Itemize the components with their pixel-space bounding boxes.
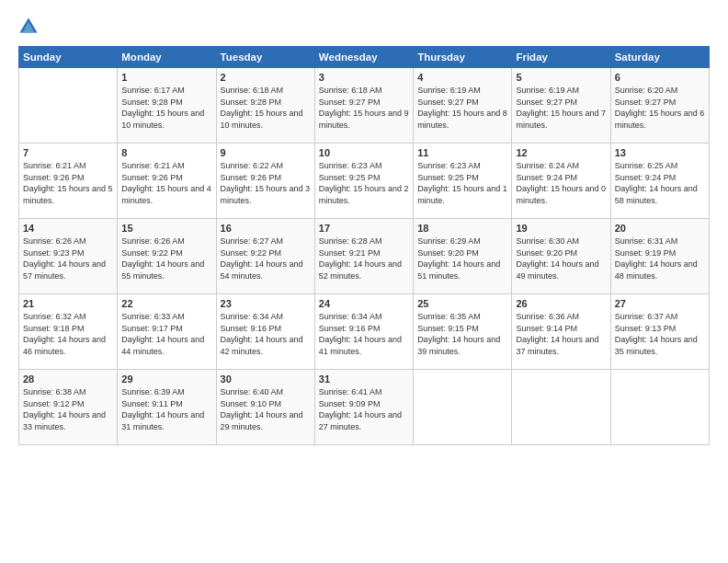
week-row-1: 1Sunrise: 6:17 AMSunset: 9:28 PMDaylight…	[19, 68, 710, 144]
cell-3-5: 18Sunrise: 6:29 AMSunset: 9:20 PMDayligh…	[414, 219, 512, 294]
cell-5-5	[414, 370, 512, 445]
day-number: 2	[221, 72, 311, 83]
day-number: 28	[23, 373, 113, 385]
day-number: 19	[516, 223, 606, 234]
cell-1-4: 3Sunrise: 6:18 AMSunset: 9:27 PMDaylight…	[314, 68, 413, 144]
cell-info: Sunrise: 6:26 AMSunset: 9:23 PMDaylight:…	[23, 236, 113, 282]
day-number: 17	[319, 223, 409, 234]
cell-info: Sunrise: 6:34 AMSunset: 9:16 PMDaylight:…	[221, 311, 311, 357]
day-number: 6	[615, 72, 705, 83]
cell-3-4: 17Sunrise: 6:28 AMSunset: 9:21 PMDayligh…	[314, 219, 413, 294]
cell-1-5: 4Sunrise: 6:19 AMSunset: 9:27 PMDaylight…	[414, 68, 512, 144]
cell-4-7: 27Sunrise: 6:37 AMSunset: 9:13 PMDayligh…	[610, 294, 709, 370]
cell-3-3: 16Sunrise: 6:27 AMSunset: 9:22 PMDayligh…	[216, 219, 314, 294]
cell-2-2: 8Sunrise: 6:21 AMSunset: 9:26 PMDaylight…	[118, 144, 216, 219]
cell-5-4: 31Sunrise: 6:41 AMSunset: 9:09 PMDayligh…	[314, 370, 413, 445]
cell-info: Sunrise: 6:35 AMSunset: 9:15 PMDaylight:…	[417, 311, 507, 357]
cell-info: Sunrise: 6:22 AMSunset: 9:26 PMDaylight:…	[221, 160, 311, 206]
day-number: 27	[615, 298, 705, 309]
cell-info: Sunrise: 6:23 AMSunset: 9:25 PMDaylight:…	[319, 160, 409, 206]
day-number: 9	[221, 147, 311, 158]
day-number: 12	[516, 147, 606, 158]
day-number: 25	[417, 298, 507, 309]
day-number: 10	[319, 147, 409, 158]
col-header-thursday: Thursday	[414, 47, 512, 68]
week-row-2: 7Sunrise: 6:21 AMSunset: 9:26 PMDaylight…	[19, 144, 710, 219]
week-row-3: 14Sunrise: 6:26 AMSunset: 9:23 PMDayligh…	[19, 219, 710, 294]
cell-info: Sunrise: 6:33 AMSunset: 9:17 PMDaylight:…	[121, 311, 211, 357]
day-number: 26	[516, 298, 606, 309]
cell-info: Sunrise: 6:39 AMSunset: 9:11 PMDaylight:…	[121, 386, 211, 432]
col-header-wednesday: Wednesday	[314, 47, 413, 68]
cell-info: Sunrise: 6:38 AMSunset: 9:12 PMDaylight:…	[23, 386, 113, 432]
cell-info: Sunrise: 6:31 AMSunset: 9:19 PMDaylight:…	[615, 236, 705, 282]
day-number: 16	[221, 223, 311, 234]
cell-1-7: 6Sunrise: 6:20 AMSunset: 9:27 PMDaylight…	[610, 68, 709, 144]
cell-3-2: 15Sunrise: 6:26 AMSunset: 9:22 PMDayligh…	[118, 219, 216, 294]
cell-5-6	[512, 370, 610, 445]
col-header-tuesday: Tuesday	[216, 47, 314, 68]
cell-info: Sunrise: 6:37 AMSunset: 9:13 PMDaylight:…	[615, 311, 705, 357]
day-number: 3	[319, 72, 409, 83]
cell-info: Sunrise: 6:24 AMSunset: 9:24 PMDaylight:…	[516, 160, 606, 206]
day-number: 21	[23, 298, 113, 309]
logo	[18, 17, 40, 37]
cell-info: Sunrise: 6:28 AMSunset: 9:21 PMDaylight:…	[319, 236, 409, 282]
cell-info: Sunrise: 6:30 AMSunset: 9:20 PMDaylight:…	[516, 236, 606, 282]
cell-1-2: 1Sunrise: 6:17 AMSunset: 9:28 PMDaylight…	[118, 68, 216, 144]
cell-info: Sunrise: 6:34 AMSunset: 9:16 PMDaylight:…	[319, 311, 409, 357]
cell-info: Sunrise: 6:36 AMSunset: 9:14 PMDaylight:…	[516, 311, 606, 357]
cell-3-1: 14Sunrise: 6:26 AMSunset: 9:23 PMDayligh…	[19, 219, 118, 294]
page: SundayMondayTuesdayWednesdayThursdayFrid…	[0, 0, 728, 563]
header-row: SundayMondayTuesdayWednesdayThursdayFrid…	[19, 47, 710, 68]
cell-1-6: 5Sunrise: 6:19 AMSunset: 9:27 PMDaylight…	[512, 68, 610, 144]
day-number: 31	[319, 373, 409, 385]
day-number: 5	[516, 72, 606, 83]
day-number: 22	[121, 298, 211, 309]
cell-info: Sunrise: 6:29 AMSunset: 9:20 PMDaylight:…	[417, 236, 507, 282]
cell-info: Sunrise: 6:26 AMSunset: 9:22 PMDaylight:…	[121, 236, 211, 282]
cell-info: Sunrise: 6:18 AMSunset: 9:27 PMDaylight:…	[319, 85, 409, 131]
cell-2-3: 9Sunrise: 6:22 AMSunset: 9:26 PMDaylight…	[216, 144, 314, 219]
logo-icon	[18, 17, 39, 37]
cell-5-3: 30Sunrise: 6:40 AMSunset: 9:10 PMDayligh…	[216, 370, 314, 445]
cell-3-7: 20Sunrise: 6:31 AMSunset: 9:19 PMDayligh…	[610, 219, 709, 294]
cell-info: Sunrise: 6:41 AMSunset: 9:09 PMDaylight:…	[319, 386, 409, 432]
calendar-table: SundayMondayTuesdayWednesdayThursdayFrid…	[18, 46, 710, 445]
day-number: 20	[615, 223, 705, 234]
week-row-4: 21Sunrise: 6:32 AMSunset: 9:18 PMDayligh…	[19, 294, 710, 370]
day-number: 14	[23, 223, 113, 234]
cell-info: Sunrise: 6:27 AMSunset: 9:22 PMDaylight:…	[221, 236, 311, 282]
cell-info: Sunrise: 6:21 AMSunset: 9:26 PMDaylight:…	[121, 160, 211, 206]
day-number: 24	[319, 298, 409, 309]
day-number: 18	[417, 223, 507, 234]
cell-4-2: 22Sunrise: 6:33 AMSunset: 9:17 PMDayligh…	[118, 294, 216, 370]
cell-5-1: 28Sunrise: 6:38 AMSunset: 9:12 PMDayligh…	[19, 370, 118, 445]
day-number: 1	[121, 72, 211, 83]
cell-info: Sunrise: 6:17 AMSunset: 9:28 PMDaylight:…	[121, 85, 211, 131]
header	[18, 17, 710, 37]
day-number: 8	[121, 147, 211, 158]
cell-info: Sunrise: 6:19 AMSunset: 9:27 PMDaylight:…	[417, 85, 507, 131]
cell-4-5: 25Sunrise: 6:35 AMSunset: 9:15 PMDayligh…	[414, 294, 512, 370]
col-header-monday: Monday	[118, 47, 216, 68]
cell-info: Sunrise: 6:23 AMSunset: 9:25 PMDaylight:…	[417, 160, 507, 206]
cell-4-1: 21Sunrise: 6:32 AMSunset: 9:18 PMDayligh…	[19, 294, 118, 370]
cell-2-7: 13Sunrise: 6:25 AMSunset: 9:24 PMDayligh…	[610, 144, 709, 219]
col-header-sunday: Sunday	[19, 47, 118, 68]
day-number: 23	[221, 298, 311, 309]
cell-5-2: 29Sunrise: 6:39 AMSunset: 9:11 PMDayligh…	[118, 370, 216, 445]
cell-info: Sunrise: 6:18 AMSunset: 9:28 PMDaylight:…	[221, 85, 311, 131]
cell-4-4: 24Sunrise: 6:34 AMSunset: 9:16 PMDayligh…	[314, 294, 413, 370]
cell-2-6: 12Sunrise: 6:24 AMSunset: 9:24 PMDayligh…	[512, 144, 610, 219]
cell-4-3: 23Sunrise: 6:34 AMSunset: 9:16 PMDayligh…	[216, 294, 314, 370]
cell-5-7	[610, 370, 709, 445]
cell-info: Sunrise: 6:20 AMSunset: 9:27 PMDaylight:…	[615, 85, 705, 131]
cell-2-5: 11Sunrise: 6:23 AMSunset: 9:25 PMDayligh…	[414, 144, 512, 219]
cell-2-4: 10Sunrise: 6:23 AMSunset: 9:25 PMDayligh…	[314, 144, 413, 219]
week-row-5: 28Sunrise: 6:38 AMSunset: 9:12 PMDayligh…	[19, 370, 710, 445]
cell-2-1: 7Sunrise: 6:21 AMSunset: 9:26 PMDaylight…	[19, 144, 118, 219]
day-number: 4	[417, 72, 507, 83]
col-header-friday: Friday	[512, 47, 610, 68]
cell-info: Sunrise: 6:19 AMSunset: 9:27 PMDaylight:…	[516, 85, 606, 131]
